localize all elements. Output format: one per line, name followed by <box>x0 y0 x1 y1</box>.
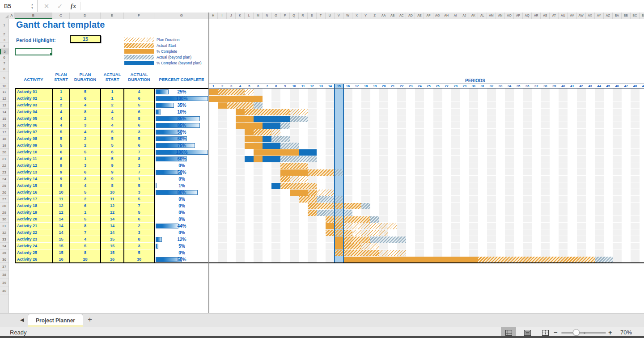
column-header[interactable]: J <box>227 13 236 19</box>
table-value-cell[interactable]: 15 <box>52 249 70 256</box>
column-header[interactable]: AG <box>433 13 442 19</box>
gantt-bar-segment[interactable] <box>209 96 263 102</box>
column-header[interactable]: AU <box>559 13 568 19</box>
table-value-cell[interactable]: 14 <box>52 223 70 229</box>
table-value-cell[interactable]: 4 <box>70 129 101 135</box>
table-value-cell[interactable]: 3 <box>70 122 101 129</box>
table-value-cell[interactable]: 6 <box>124 216 154 223</box>
table-value-cell[interactable]: 6 <box>70 169 101 176</box>
table-value-cell[interactable]: 7 <box>124 203 154 209</box>
percent-complete-cell[interactable]: 35% <box>154 102 209 109</box>
table-value-cell[interactable]: 4 <box>101 109 124 115</box>
table-value-cell[interactable]: 15 <box>101 249 124 256</box>
table-value-cell[interactable]: 5 <box>101 142 124 149</box>
table-value-cell[interactable]: 5 <box>52 135 70 142</box>
gantt-bar-segment[interactable] <box>352 230 388 236</box>
gantt-bar-segment[interactable] <box>370 237 406 243</box>
activity-name-cell[interactable]: Activity 18 <box>15 203 52 209</box>
table-value-cell[interactable]: 6 <box>70 203 101 209</box>
table-value-cell[interactable]: 6 <box>52 149 70 156</box>
column-header[interactable]: AQ <box>523 13 532 19</box>
column-header[interactable]: AD <box>406 13 415 19</box>
row-number[interactable]: 5 <box>0 49 8 55</box>
table-value-cell[interactable]: 5 <box>101 156 124 162</box>
table-value-cell[interactable]: 10 <box>52 189 70 196</box>
table-value-cell[interactable]: 2 <box>124 223 154 229</box>
table-value-cell[interactable]: 5 <box>124 102 154 109</box>
column-header[interactable]: AN <box>496 13 505 19</box>
table-value-cell[interactable]: 12 <box>101 209 124 216</box>
table-value-cell[interactable]: 3 <box>124 162 154 169</box>
percent-complete-cell[interactable]: 0% <box>154 249 209 256</box>
table-value-cell[interactable]: 9 <box>52 182 70 189</box>
row-number[interactable]: 2 <box>0 31 8 37</box>
table-value-cell[interactable]: 6 <box>70 95 101 102</box>
column-header[interactable]: V <box>335 13 343 19</box>
gantt-bar-segment[interactable] <box>254 149 298 156</box>
table-value-cell[interactable]: 4 <box>70 182 101 189</box>
gantt-bar-segment[interactable] <box>227 102 254 109</box>
table-value-cell[interactable]: 11 <box>101 196 124 203</box>
column-header[interactable]: AL <box>478 13 487 19</box>
column-header[interactable]: N <box>263 13 271 19</box>
column-header[interactable]: H <box>209 13 218 19</box>
gantt-bar-segment[interactable] <box>254 156 263 162</box>
percent-complete-cell[interactable]: 12% <box>154 236 209 243</box>
table-value-cell[interactable]: 14 <box>101 229 124 236</box>
table-value-cell[interactable]: 12 <box>52 209 70 216</box>
gantt-bar-segment[interactable] <box>335 243 343 249</box>
gantt-bar-segment[interactable] <box>299 149 317 156</box>
gantt-bar-segment[interactable] <box>245 143 263 149</box>
table-value-cell[interactable]: 6 <box>124 122 154 129</box>
table-value-cell[interactable]: 4 <box>70 102 101 109</box>
column-header[interactable]: AE <box>415 13 424 19</box>
table-value-cell[interactable]: 14 <box>52 229 70 236</box>
table-value-cell[interactable]: 9 <box>101 169 124 176</box>
table-value-cell[interactable]: 1 <box>52 89 70 95</box>
column-header[interactable]: AF <box>424 13 433 19</box>
percent-complete-cell[interactable]: 25% <box>154 89 209 95</box>
percent-complete-cell[interactable]: 50% <box>154 129 209 135</box>
gantt-bar-segment[interactable] <box>263 123 280 129</box>
activity-name-cell[interactable]: Activity 21 <box>15 223 52 229</box>
table-value-cell[interactable]: 8 <box>70 223 101 229</box>
gantt-bar-segment[interactable] <box>236 116 254 122</box>
table-value-cell[interactable]: 2 <box>70 142 101 149</box>
gantt-bar-segment[interactable] <box>361 203 370 209</box>
table-value-cell[interactable]: 14 <box>101 223 124 229</box>
percent-complete-cell[interactable]: 0% <box>154 162 209 169</box>
percent-complete-cell[interactable]: 75% <box>154 142 209 149</box>
row-number[interactable]: 38 <box>0 271 8 279</box>
table-value-cell[interactable]: 1 <box>52 95 70 102</box>
gantt-bar-segment[interactable] <box>343 223 397 229</box>
activity-name-cell[interactable]: Activity 10 <box>15 149 52 156</box>
table-value-cell[interactable]: 10 <box>101 189 124 196</box>
percent-complete-cell[interactable]: 44% <box>154 223 209 229</box>
gantt-bar-segment[interactable] <box>218 102 227 109</box>
gantt-bar-segment[interactable] <box>263 156 280 162</box>
gantt-bar-segment[interactable] <box>317 196 343 203</box>
activity-name-cell[interactable]: Activity 14 <box>15 176 52 182</box>
table-value-cell[interactable]: 5 <box>70 216 101 223</box>
percent-complete-cell[interactable]: 80% <box>154 189 209 196</box>
column-header[interactable]: AX <box>586 13 595 19</box>
table-value-cell[interactable]: 12 <box>101 203 124 209</box>
activity-name-cell[interactable]: Activity 01 <box>15 89 52 95</box>
activity-name-cell[interactable]: Activity 20 <box>15 216 52 223</box>
table-value-cell[interactable]: 2 <box>70 196 101 203</box>
gantt-bar-segment[interactable] <box>317 190 335 196</box>
gantt-bar-segment[interactable] <box>379 250 406 256</box>
gantt-bar-segment[interactable] <box>290 109 308 115</box>
prev-sheet-icon[interactable]: ◀ <box>20 317 24 323</box>
activity-name-cell[interactable]: Activity 15 <box>15 182 52 189</box>
gantt-bar-segment[interactable] <box>236 123 263 129</box>
table-value-cell[interactable]: 1 <box>101 89 124 95</box>
activity-name-cell[interactable]: Activity 03 <box>15 102 52 109</box>
column-header[interactable]: Y <box>361 13 370 19</box>
table-value-cell[interactable]: 8 <box>70 249 101 256</box>
table-value-cell[interactable]: 3 <box>124 189 154 196</box>
row-number[interactable]: 4 <box>0 43 8 49</box>
column-header[interactable]: U <box>326 13 335 19</box>
zoom-slider-thumb[interactable] <box>573 329 580 336</box>
gantt-bar-segment[interactable] <box>218 89 245 95</box>
